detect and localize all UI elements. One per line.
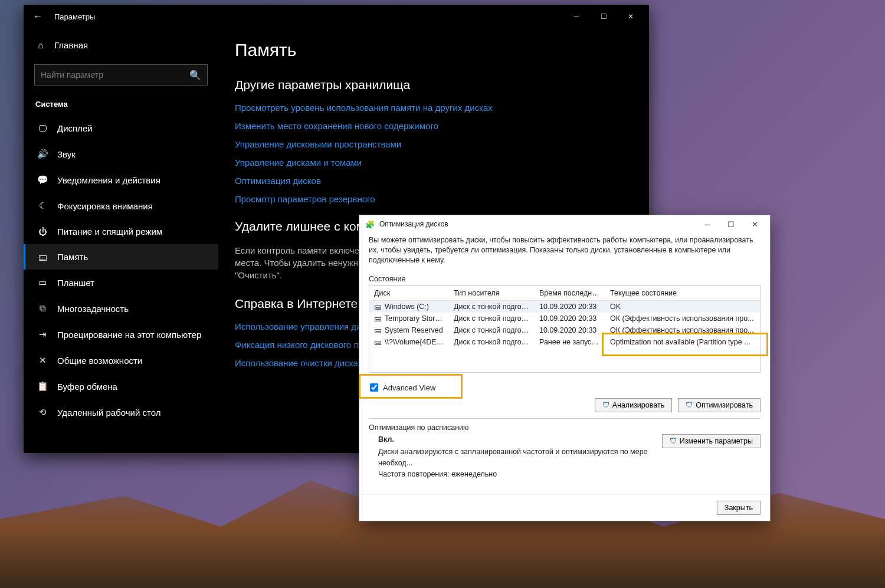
close-button[interactable]: ✕ (617, 5, 644, 28)
drive-icon: 🖴 (374, 303, 382, 311)
settings-link[interactable]: Управление дисками и томами (235, 157, 632, 167)
maximize-button[interactable]: ☐ (590, 5, 617, 28)
drive-icon: 🖴 (374, 338, 382, 346)
schedule-heading: Оптимизация по расписанию (369, 423, 761, 432)
change-settings-button[interactable]: 🛡Изменить параметры (662, 434, 761, 448)
settings-link[interactable]: Просмотреть уровень использования памяти… (235, 103, 632, 113)
section-heading-storage: Другие параметры хранилища (235, 78, 632, 92)
optimize-drives-dialog: 🧩 Оптимизация дисков ─ ☐ ✕ Вы можете опт… (359, 215, 771, 521)
nav-icon: 🖵 (37, 123, 48, 133)
state-label: Состояние (369, 275, 761, 283)
sidebar-item-3[interactable]: ☾Фокусировка внимания (24, 193, 218, 219)
sidebar-item-2[interactable]: 💬Уведомления и действия (24, 167, 218, 193)
settings-link[interactable]: Управление дисковыми пространствами (235, 139, 632, 149)
shield-icon: 🛡 (686, 401, 693, 409)
sidebar-item-8[interactable]: ⇥Проецирование на этот компьютер (24, 321, 218, 347)
nav-icon: ⏻ (37, 226, 48, 236)
nav-label: Проецирование на этот компьютер (57, 330, 201, 340)
settings-link[interactable]: Изменить место сохранения нового содержи… (235, 121, 632, 131)
search-box[interactable]: 🔍 (34, 64, 208, 86)
sidebar-item-9[interactable]: ✕Общие возможности (24, 347, 218, 373)
nav-label: Многозадачность (57, 304, 129, 314)
nav-icon: ⧉ (37, 303, 48, 314)
nav-label: Звук (57, 149, 76, 159)
sidebar-item-0[interactable]: 🖵Дисплей (24, 116, 218, 141)
nav-icon: ⟲ (37, 407, 48, 418)
sidebar-item-5[interactable]: 🖴Память (24, 244, 218, 270)
dialog-titlebar: 🧩 Оптимизация дисков ─ ☐ ✕ (359, 215, 770, 233)
nav-label: Планшет (57, 278, 94, 288)
dialog-maximize-button[interactable]: ☐ (719, 216, 743, 232)
schedule-line1: Диски анализируются с запланированной ча… (378, 446, 654, 469)
schedule-section: Оптимизация по расписанию Вкл. Диски ана… (369, 418, 761, 480)
dialog-title: Оптимизация дисков (379, 220, 696, 228)
shield-icon: 🛡 (670, 437, 677, 445)
sidebar-item-10[interactable]: 📋Буфер обмена (24, 373, 218, 399)
dialog-minimize-button[interactable]: ─ (696, 216, 719, 232)
dialog-close-button[interactable]: ✕ (743, 216, 766, 232)
drive-icon: 🖴 (374, 314, 382, 323)
search-icon: 🔍 (189, 70, 201, 81)
table-row[interactable]: 🖴\\?\Volume{4DE89...Диск с тонкой подгот… (369, 336, 760, 348)
search-input[interactable] (41, 70, 189, 80)
analyze-button[interactable]: 🛡Анализировать (595, 398, 673, 412)
sidebar-item-4[interactable]: ⏻Питание и спящий режим (24, 219, 218, 244)
nav-icon: 🔊 (37, 149, 48, 159)
nav-icon: ☾ (37, 201, 48, 211)
table-row[interactable]: 🖴Temporary Storage...Диск с тонкой подго… (369, 313, 760, 324)
settings-link[interactable]: Оптимизация дисков (235, 176, 632, 186)
back-button[interactable]: ← (33, 11, 42, 22)
advanced-view-checkbox[interactable] (370, 383, 378, 392)
sidebar-item-11[interactable]: ⟲Удаленный рабочий стол (24, 399, 218, 425)
nav-label: Дисплей (57, 123, 93, 133)
col-disk[interactable]: Диск (369, 286, 449, 300)
dialog-close-ok-button[interactable]: Закрыть (717, 501, 761, 515)
nav-icon: ✕ (37, 355, 48, 366)
sidebar-item-6[interactable]: ▭Планшет (24, 270, 218, 295)
sidebar-group-label: Система (24, 96, 218, 116)
minimize-button[interactable]: ─ (563, 5, 590, 28)
nav-icon: ▭ (37, 277, 48, 288)
nav-label: Удаленный рабочий стол (57, 408, 160, 418)
nav-icon: 🖴 (37, 252, 48, 262)
dialog-intro-text: Вы можете оптимизировать диски, чтобы по… (369, 235, 761, 265)
drives-table: Диск Тип носителя Время последнег... Тек… (369, 285, 761, 373)
advanced-view-label[interactable]: Advanced View (383, 383, 435, 392)
col-media[interactable]: Тип носителя (449, 286, 535, 300)
nav-icon: ⇥ (37, 329, 48, 340)
sidebar-item-1[interactable]: 🔊Звук (24, 141, 218, 167)
shield-icon: 🛡 (602, 401, 610, 409)
home-icon: ⌂ (35, 40, 46, 50)
sidebar-item-7[interactable]: ⧉Многозадачность (24, 295, 218, 321)
nav-label: Уведомления и действия (57, 175, 160, 185)
table-row[interactable]: 🖴Windows (C:)Диск с тонкой подгото...10.… (369, 301, 760, 313)
nav-icon: 💬 (37, 175, 48, 185)
home-link[interactable]: ⌂ Главная (24, 34, 218, 56)
nav-label: Фокусировка внимания (57, 201, 153, 211)
col-last[interactable]: Время последнег... (535, 286, 605, 300)
drive-icon: 🖴 (374, 326, 382, 334)
advanced-view-row: Advanced View (369, 380, 761, 396)
nav-icon: 📋 (37, 381, 48, 392)
table-header: Диск Тип носителя Время последнег... Тек… (369, 286, 760, 301)
settings-titlebar: ← Параметры ─ ☐ ✕ (24, 5, 649, 28)
home-label: Главная (54, 40, 88, 50)
nav-label: Память (57, 252, 88, 262)
settings-link[interactable]: Просмотр параметров резервного (235, 194, 632, 204)
window-title: Параметры (54, 12, 563, 21)
schedule-on: Вкл. (378, 434, 654, 445)
schedule-line2: Частота повторения: еженедельно (378, 469, 654, 480)
nav-label: Общие возможности (57, 356, 142, 366)
settings-sidebar: ⌂ Главная 🔍 Система 🖵Дисплей🔊Звук💬Уведом… (24, 28, 218, 453)
table-row[interactable]: 🖴System ReservedДиск с тонкой подгото...… (369, 324, 760, 336)
nav-label: Буфер обмена (57, 382, 117, 392)
col-status[interactable]: Текущее состояние (605, 286, 760, 300)
nav-label: Питание и спящий режим (57, 226, 162, 236)
page-heading: Память (235, 40, 632, 60)
dialog-app-icon: 🧩 (365, 220, 375, 229)
optimize-button[interactable]: 🛡Оптимизировать (678, 398, 761, 412)
